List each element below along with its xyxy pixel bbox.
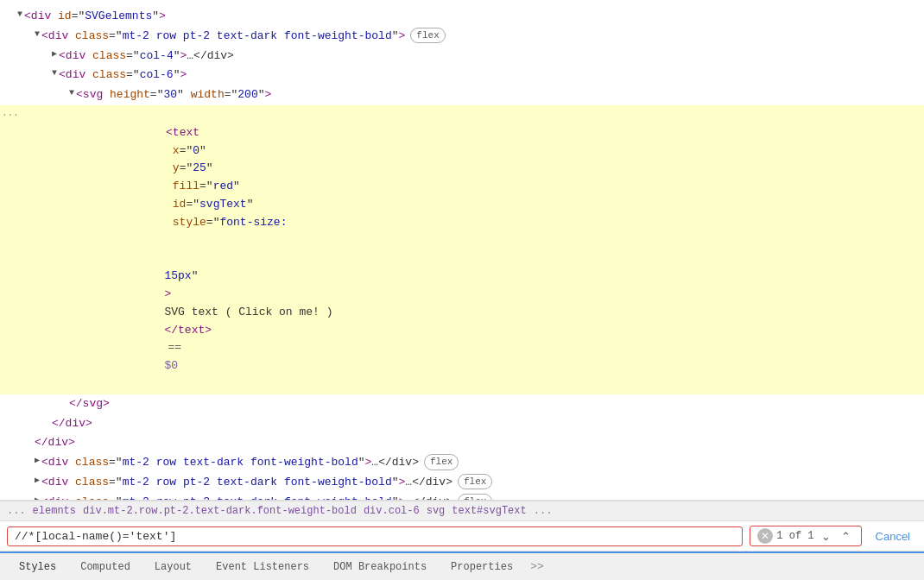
search-result-text: 1 of 1 <box>776 530 813 542</box>
triangle-icon <box>69 86 74 100</box>
search-next-button[interactable]: ⌃ <box>838 529 854 544</box>
flex-badge: flex <box>424 454 459 470</box>
breadcrumb-item-svg[interactable]: svg <box>427 505 446 517</box>
tab-layout[interactable]: Layout <box>142 554 204 581</box>
triangle-icon <box>35 474 40 488</box>
search-result-controls: ✕ 1 of 1 ⌄ ⌃ <box>750 526 861 546</box>
breadcrumb-more[interactable]: ... <box>534 505 553 517</box>
tree-line[interactable]: <div class="mt-2 row pt-2 text-dark font… <box>0 473 924 493</box>
tree-line[interactable]: <div class="mt-2 row text-dark font-weig… <box>0 453 924 473</box>
tree-line[interactable]: <div id="SVGelemnts" > <box>0 7 924 27</box>
breadcrumb-bar: ... elemnts div.mt-2.row.pt-2.text-dark.… <box>0 501 924 521</box>
flex-badge: flex <box>410 28 445 44</box>
tree-line-highlighted[interactable]: ... <text x="0" y="25" fill="red" id="sv… <box>0 105 924 394</box>
tree-line[interactable]: <div class="col-4" > …</div> <box>0 47 924 66</box>
breadcrumb-item-div-mt2[interactable]: div.mt-2.row.pt-2.text-dark.font-weight-… <box>83 505 357 517</box>
tree-line[interactable]: <div class="mt-2 row pt-2 text-dark font… <box>0 493 924 501</box>
tab-properties[interactable]: Properties <box>439 554 525 581</box>
tab-computed[interactable]: Computed <box>68 554 142 581</box>
tab-styles[interactable]: Styles <box>7 554 68 581</box>
triangle-icon <box>35 28 40 41</box>
tree-line[interactable]: <div class="mt-2 row pt-2 text-dark font… <box>0 27 924 47</box>
tab-event-listeners[interactable]: Event Listeners <box>204 554 321 581</box>
tree-line[interactable]: </div> <box>0 433 924 453</box>
tab-more-button[interactable]: >> <box>525 553 549 580</box>
tree-line[interactable]: <svg height="30" width="200" > <box>0 85 924 105</box>
clear-search-button[interactable]: ✕ <box>757 528 773 544</box>
search-input-container <box>7 526 743 546</box>
breadcrumb-item-elemnts[interactable]: elemnts <box>33 505 76 517</box>
bottom-tabs: Styles Computed Layout Event Listeners D… <box>0 552 924 580</box>
triangle-icon <box>17 8 22 22</box>
tree-line[interactable]: </div> <box>0 414 924 434</box>
flex-badge: flex <box>458 474 492 490</box>
tree-line[interactable]: </svg> <box>0 394 924 414</box>
flex-badge: flex <box>458 494 492 501</box>
breadcrumb-item-text[interactable]: text#svgText <box>452 505 526 517</box>
ellipsis-marker: ... <box>2 106 19 122</box>
devtools-panel: <div id="SVGelemnts" > <div class="mt-2 … <box>0 0 924 580</box>
cancel-search-button[interactable]: Cancel <box>869 526 917 546</box>
search-input[interactable] <box>15 530 735 543</box>
triangle-icon <box>35 454 40 468</box>
triangle-icon <box>35 494 40 501</box>
triangle-icon <box>52 66 57 80</box>
breadcrumb-item-div-col6[interactable]: div.col-6 <box>364 505 420 517</box>
search-prev-button[interactable]: ⌄ <box>818 529 834 544</box>
tab-dom-breakpoints[interactable]: DOM Breakpoints <box>321 554 439 581</box>
dom-tree: <div id="SVGelemnts" > <div class="mt-2 … <box>0 0 924 501</box>
breadcrumb-ellipsis[interactable]: ... <box>7 505 26 517</box>
triangle-icon <box>52 47 57 61</box>
tree-line[interactable]: <div class="col-6" > <box>0 66 924 85</box>
search-bar: ✕ 1 of 1 ⌄ ⌃ Cancel <box>0 521 924 552</box>
